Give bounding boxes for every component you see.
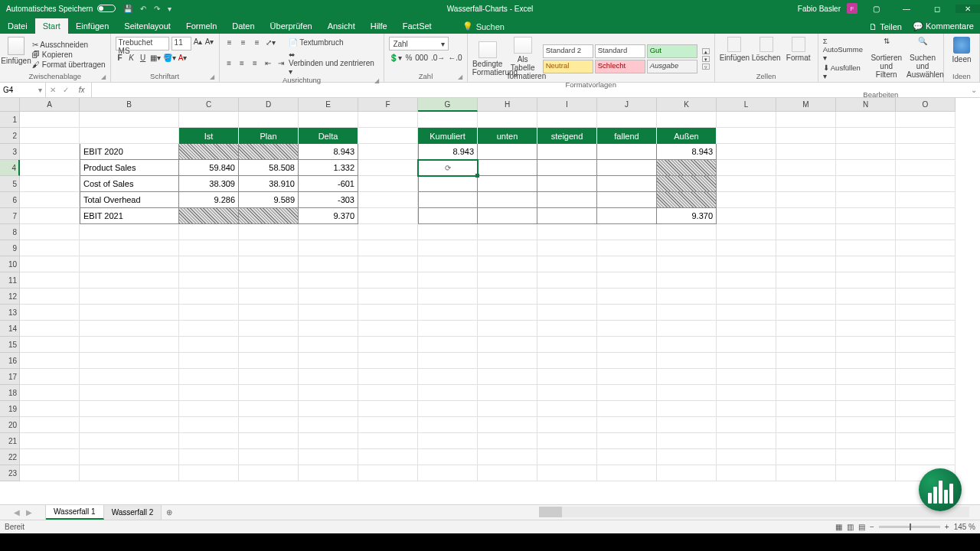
cell-N3[interactable]: [836, 144, 896, 160]
cell-F5[interactable]: [358, 176, 418, 192]
cell-L16[interactable]: [717, 353, 776, 369]
row-header-9[interactable]: 9: [0, 240, 20, 256]
cell-G22[interactable]: [418, 449, 478, 465]
cell-I7[interactable]: [537, 208, 597, 224]
maximize-button[interactable]: ◻: [925, 5, 949, 13]
cell-B15[interactable]: [80, 337, 179, 353]
cell-I19[interactable]: [537, 401, 597, 417]
cell-K3[interactable]: 8.943: [657, 144, 717, 160]
cell-M7[interactable]: [776, 208, 836, 224]
cell-I22[interactable]: [537, 449, 597, 465]
row-header-21[interactable]: 21: [0, 433, 20, 449]
cell-J16[interactable]: [597, 353, 657, 369]
view-pagelayout-icon[interactable]: ▥: [847, 523, 854, 531]
cell-H13[interactable]: [478, 305, 537, 321]
row-header-13[interactable]: 13: [0, 305, 20, 321]
cell-E13[interactable]: [299, 305, 358, 321]
cell-J14[interactable]: [597, 321, 657, 337]
currency-icon[interactable]: 💲▾: [389, 54, 402, 62]
cell-A21[interactable]: [20, 433, 80, 449]
cell-M15[interactable]: [776, 337, 836, 353]
cell-F19[interactable]: [358, 401, 418, 417]
italic-button[interactable]: K: [127, 54, 136, 66]
row-header-20[interactable]: 20: [0, 417, 20, 433]
cell-D8[interactable]: [239, 224, 299, 240]
autosave-toggle[interactable]: [97, 5, 116, 12]
cell-M23[interactable]: [776, 465, 836, 481]
cell-K8[interactable]: [657, 224, 717, 240]
cell-J15[interactable]: [597, 337, 657, 353]
cell-J20[interactable]: [597, 417, 657, 433]
cell-O8[interactable]: [896, 224, 956, 240]
cell-D18[interactable]: [239, 385, 299, 401]
cell-A2[interactable]: [20, 128, 80, 144]
cell-D11[interactable]: [239, 272, 299, 289]
cell-B14[interactable]: [80, 321, 179, 337]
cell-H8[interactable]: [478, 224, 537, 240]
zoom-slider[interactable]: [879, 526, 940, 528]
row-header-14[interactable]: 14: [0, 321, 20, 337]
col-header-H[interactable]: H: [478, 98, 537, 112]
cell-M22[interactable]: [776, 449, 836, 465]
cell-N10[interactable]: [836, 256, 896, 272]
col-header-F[interactable]: F: [358, 98, 418, 112]
cell-L6[interactable]: [717, 192, 776, 208]
percent-icon[interactable]: %: [405, 54, 412, 62]
cell-E2[interactable]: Delta: [299, 128, 358, 144]
cell-A14[interactable]: [20, 321, 80, 337]
cell-H17[interactable]: [478, 369, 537, 385]
cell-H15[interactable]: [478, 337, 537, 353]
cell-M11[interactable]: [776, 272, 836, 289]
tab-einfuegen[interactable]: Einfügen: [68, 18, 116, 34]
cell-K1[interactable]: [657, 112, 717, 128]
cell-A18[interactable]: [20, 385, 80, 401]
row-header-23[interactable]: 23: [0, 465, 20, 481]
cell-K14[interactable]: [657, 321, 717, 337]
cell-J18[interactable]: [597, 385, 657, 401]
cell-H4[interactable]: [478, 160, 537, 176]
cell-M1[interactable]: [776, 112, 836, 128]
cell-G1[interactable]: [418, 112, 478, 128]
cell-A12[interactable]: [20, 289, 80, 305]
cell-L8[interactable]: [717, 224, 776, 240]
cell-L13[interactable]: [717, 305, 776, 321]
cell-I18[interactable]: [537, 385, 597, 401]
increase-font-icon[interactable]: A▴: [194, 37, 203, 50]
cell-B1[interactable]: [80, 112, 179, 128]
tab-hilfe[interactable]: Hilfe: [363, 18, 395, 34]
cell-G10[interactable]: [418, 256, 478, 272]
cell-F2[interactable]: [358, 128, 418, 144]
cell-K16[interactable]: [657, 353, 717, 369]
cell-E16[interactable]: [299, 353, 358, 369]
row-header-3[interactable]: 3: [0, 144, 20, 160]
cell-G5[interactable]: [418, 176, 478, 192]
number-launcher-icon[interactable]: ◢: [458, 73, 462, 80]
cell-B16[interactable]: [80, 353, 179, 369]
cell-N22[interactable]: [836, 449, 896, 465]
cell-F12[interactable]: [358, 289, 418, 305]
col-header-I[interactable]: I: [537, 98, 597, 112]
conditional-formatting-button[interactable]: Bedingte Formatierung: [472, 41, 503, 77]
col-header-A[interactable]: A: [20, 98, 80, 112]
cell-K9[interactable]: [657, 240, 717, 256]
cell-A15[interactable]: [20, 337, 80, 353]
cell-J2[interactable]: fallend: [597, 128, 657, 144]
cell-J13[interactable]: [597, 305, 657, 321]
cell-L17[interactable]: [717, 369, 776, 385]
font-launcher-icon[interactable]: ◢: [210, 73, 214, 80]
cell-B11[interactable]: [80, 272, 179, 289]
cell-J23[interactable]: [597, 465, 657, 481]
tab-seitenlayout[interactable]: Seitenlayout: [116, 18, 178, 34]
cell-J7[interactable]: [597, 208, 657, 224]
style-schlecht[interactable]: Schlecht: [595, 60, 645, 73]
cell-L15[interactable]: [717, 337, 776, 353]
cell-D20[interactable]: [239, 417, 299, 433]
cell-K13[interactable]: [657, 305, 717, 321]
cell-E18[interactable]: [299, 385, 358, 401]
cell-I3[interactable]: [537, 144, 597, 160]
cell-O19[interactable]: [896, 401, 956, 417]
cell-B2[interactable]: [80, 128, 179, 144]
cell-E23[interactable]: [299, 465, 358, 481]
cell-N6[interactable]: [836, 192, 896, 208]
cell-K6[interactable]: [657, 192, 717, 208]
